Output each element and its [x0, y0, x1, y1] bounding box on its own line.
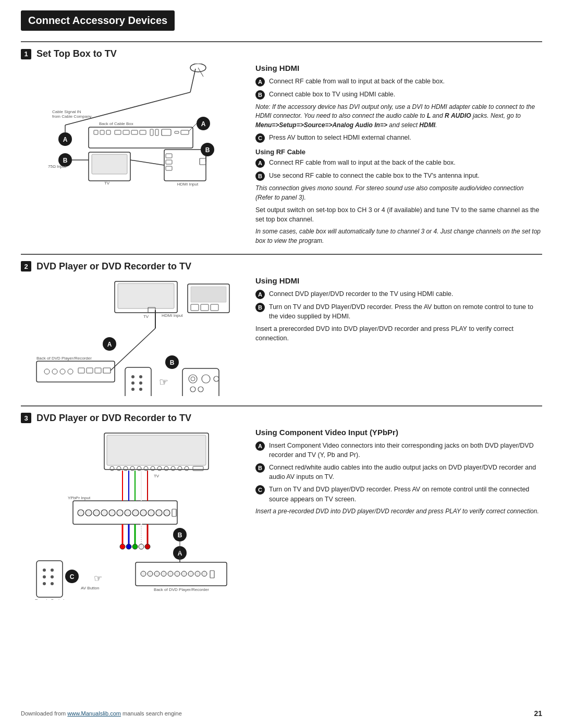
svg-point-91: [189, 375, 197, 383]
svg-rect-67: [211, 304, 218, 311]
section1-item-A: A Connect RF cable from wall to input at…: [255, 77, 542, 87]
svg-point-83: [131, 375, 134, 378]
svg-rect-76: [78, 368, 84, 373]
svg-rect-79: [103, 368, 111, 373]
svg-text:B: B: [170, 359, 175, 366]
svg-point-153: [168, 571, 173, 576]
section3-item-B: B Connect red/white audio cables into th…: [255, 463, 542, 482]
svg-text:B: B: [178, 532, 182, 539]
section2-circle-A: A: [255, 290, 265, 299]
section3-svg: TV YPbPr Inpu: [21, 428, 240, 600]
svg-point-116: [78, 510, 84, 516]
svg-text:A: A: [63, 136, 68, 143]
section3-body: TV YPbPr Inpu: [21, 428, 542, 604]
svg-point-166: [43, 575, 46, 578]
svg-point-94: [214, 376, 219, 381]
svg-rect-33: [166, 166, 172, 170]
svg-rect-113: [193, 466, 203, 471]
section3-circle-B: B: [255, 463, 265, 473]
svg-point-73: [52, 369, 57, 374]
section1-rf-circle-A: A: [255, 158, 265, 168]
svg-point-108: [157, 466, 162, 471]
svg-text:YPbPr Input: YPbPr Input: [68, 496, 91, 500]
svg-rect-65: [191, 304, 199, 311]
section1-text2: In some cases, cable box will automatica…: [255, 227, 542, 245]
section2-title-row: 2 DVD Player or DVD Recorder to TV: [21, 261, 542, 272]
svg-point-104: [130, 466, 134, 471]
svg-point-140: [145, 544, 150, 549]
svg-rect-32: [166, 160, 172, 164]
svg-point-154: [175, 571, 180, 576]
section3-diagram: TV YPbPr Inpu: [21, 428, 240, 604]
section1-text-B: Connect cable box to TV using HDMI cable…: [269, 90, 395, 99]
section2-title: DVD Player or DVD Recorder to TV: [36, 261, 191, 272]
svg-point-125: [148, 510, 154, 516]
svg-point-121: [117, 510, 123, 516]
section1-text-A: Connect RF cable from wall to input at b…: [269, 77, 445, 86]
section2-text-A: Connect DVD player/DVD recorder to the T…: [269, 289, 453, 299]
section1-rf-heading: Using RF Cable: [255, 148, 542, 156]
footer-text: Downloaded from www.Manualslib.com manua…: [21, 710, 182, 717]
section3-note1: Insert a pre-recorded DVD into DVD playe…: [255, 507, 542, 516]
svg-point-169: [51, 582, 54, 585]
svg-point-110: [171, 466, 175, 471]
section1-rf-text-B: Use second RF cable to connect the cable…: [269, 171, 480, 180]
svg-point-106: [144, 466, 148, 471]
svg-rect-20: [175, 131, 179, 133]
svg-point-84: [139, 375, 142, 378]
svg-point-117: [85, 510, 92, 516]
svg-point-167: [51, 575, 54, 578]
section3-right-heading: Using Component Video Input (YPbPr): [255, 428, 542, 437]
section1-rf-text-A: Connect RF cable from wall to input at t…: [269, 158, 456, 167]
section3-item-A: A Insert Component Video connectors into…: [255, 441, 542, 460]
section1-body: Cable Signal IN from Cable Company A Bac…: [21, 64, 542, 249]
svg-text:A: A: [201, 120, 206, 128]
section2-right-heading: Using HDMI: [255, 276, 542, 285]
svg-point-165: [51, 569, 54, 572]
svg-text:Cable Signal IN: Cable Signal IN: [52, 109, 81, 114]
section3-circle-C: C: [255, 485, 265, 495]
section2-item-B: B Turn on TV and DVD Player/DVD recorder…: [255, 302, 542, 321]
section2-svg: TV HDMI Input A Back of: [21, 276, 240, 396]
svg-text:75Ω Input: 75Ω Input: [48, 164, 67, 169]
svg-text:TV: TV: [104, 181, 110, 186]
section2-circle-B: B: [255, 303, 265, 312]
svg-text:TV: TV: [154, 474, 160, 478]
section1-title-row: 1 Set Top Box to TV: [21, 48, 542, 59]
section2-text1: Insert a prerecorded DVD into DVD player…: [255, 324, 542, 343]
svg-point-156: [188, 571, 193, 576]
svg-rect-16: [140, 130, 146, 134]
svg-line-6: [65, 92, 190, 125]
svg-point-127: [164, 510, 170, 516]
section3-title-row: 3 DVD Player or DVD Recorder to TV: [21, 413, 542, 424]
svg-point-151: [154, 571, 160, 576]
svg-point-95: [190, 387, 195, 392]
section3-title: DVD Player or DVD Recorder to TV: [36, 413, 191, 424]
section1-circle-A: A: [255, 77, 265, 87]
svg-point-124: [140, 510, 146, 516]
svg-text:Back of Cable Box: Back of Cable Box: [99, 121, 133, 126]
svg-rect-128: [172, 509, 176, 516]
svg-text:TV: TV: [143, 314, 149, 319]
svg-rect-163: [36, 561, 63, 597]
svg-rect-59: [118, 283, 174, 309]
section3-diagram-area: TV YPbPr Inpu: [21, 428, 240, 600]
svg-rect-100: [107, 435, 206, 465]
section3-text-C: Turn on TV and DVD player/DVD recorder. …: [269, 485, 542, 503]
svg-point-158: [202, 571, 207, 576]
svg-point-136: [120, 544, 125, 549]
svg-point-157: [195, 571, 200, 576]
section1-item-C: C Press AV button to select HDMI externa…: [255, 133, 542, 143]
svg-rect-77: [87, 368, 93, 373]
svg-text:☞: ☞: [94, 573, 102, 584]
svg-point-168: [43, 582, 46, 585]
section1-instructions: Using HDMI A Connect RF cable from wall …: [255, 64, 542, 249]
svg-rect-17: [150, 129, 153, 135]
svg-point-96: [198, 387, 203, 392]
svg-point-109: [164, 466, 168, 471]
section1-divider: [21, 254, 542, 255]
footer-link[interactable]: www.Manualslib.com: [67, 710, 121, 717]
svg-point-105: [137, 466, 141, 471]
svg-point-138: [132, 544, 138, 549]
page-footer: Downloaded from www.Manualslib.com manua…: [0, 709, 563, 718]
